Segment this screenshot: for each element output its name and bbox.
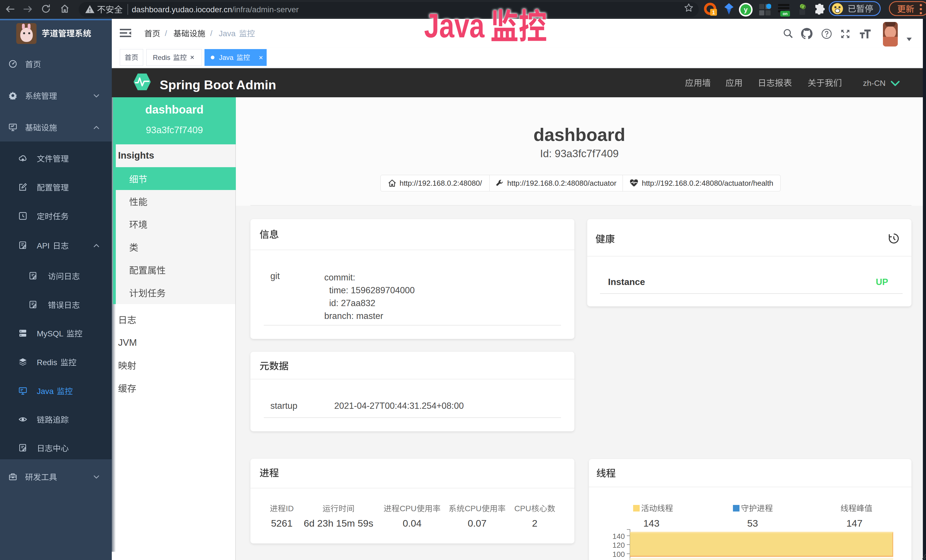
svg-text:on: on	[782, 11, 787, 16]
svg-text:y: y	[744, 6, 748, 14]
svg-text:1: 1	[712, 10, 715, 15]
